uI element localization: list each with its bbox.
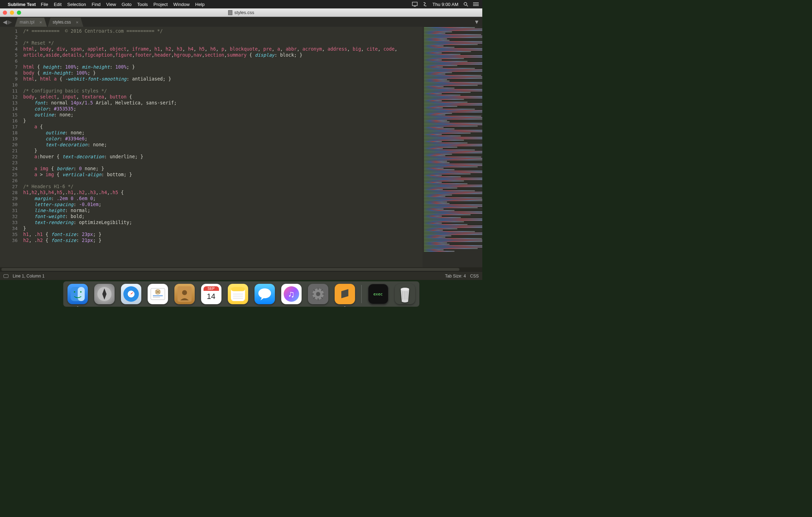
line-number: 35 <box>0 231 18 237</box>
code-line[interactable]: /* Configuring basic styles */ <box>23 88 423 94</box>
menu-selection[interactable]: Selection <box>67 2 86 7</box>
close-tab-icon[interactable]: × <box>76 20 79 25</box>
dock-launchpad[interactable] <box>94 284 115 304</box>
menu-project[interactable]: Project <box>154 2 168 7</box>
code-line[interactable]: } <box>23 118 423 124</box>
minimize-window-button[interactable] <box>10 11 14 15</box>
dock-sublime-text[interactable] <box>335 284 355 304</box>
dock-calendar[interactable]: SEP 14 <box>201 284 221 304</box>
menu-find[interactable]: Find <box>92 2 101 7</box>
code-line[interactable]: /* ========== © 2016 Centroarts.com ====… <box>23 28 423 34</box>
line-number: 11 <box>0 88 18 94</box>
code-area[interactable]: /* ========== © 2016 Centroarts.com ====… <box>21 27 423 267</box>
code-line[interactable]: article,aside,details,figcaption,figure,… <box>23 52 423 58</box>
dock-terminal[interactable]: exec <box>368 284 388 304</box>
zoom-window-button[interactable] <box>17 11 21 15</box>
scrollbar-thumb[interactable] <box>1 268 459 271</box>
code-line[interactable]: /* Headers H1-6 */ <box>23 184 423 190</box>
code-line[interactable]: outline: none; <box>23 130 423 136</box>
terminal-label: exec <box>373 292 383 296</box>
code-line[interactable]: body, select, input, textarea, button { <box>23 94 423 100</box>
line-number: 14 <box>0 106 18 112</box>
code-line[interactable] <box>23 160 423 166</box>
tab-styles-css[interactable]: styles.css × <box>48 18 84 27</box>
editor: 1234567891011121314151617181920212223242… <box>0 27 482 267</box>
running-indicator <box>77 306 78 307</box>
line-number: 22 <box>0 154 18 160</box>
code-line[interactable]: h2, .h2 { font-size: 21px; } <box>23 237 423 243</box>
dock-mail[interactable] <box>148 284 168 304</box>
line-number: 32 <box>0 213 18 219</box>
clock[interactable]: Thu 9:00 AM <box>432 2 458 7</box>
line-number: 21 <box>0 148 18 154</box>
code-line[interactable]: color: #3394e6; <box>23 136 423 142</box>
app-name[interactable]: Sublime Text <box>8 2 36 7</box>
code-line[interactable]: h1, .h1 { font-size: 23px; } <box>23 231 423 237</box>
line-number: 27 <box>0 184 18 190</box>
menu-edit[interactable]: Edit <box>54 2 62 7</box>
line-number-gutter: 1234567891011121314151617181920212223242… <box>0 27 21 267</box>
code-line[interactable]: a { <box>23 124 423 130</box>
line-number: 8 <box>0 70 18 76</box>
code-line[interactable]: font: normal 14px/1.5 Arial, Helvetica, … <box>23 100 423 106</box>
code-line[interactable]: a > img { vertical-align: bottom; } <box>23 172 423 178</box>
code-line[interactable]: h1,h2,h3,h4,h5,.h1,.h2,.h3,.h4,.h5 { <box>23 190 423 196</box>
minimap[interactable] <box>423 27 482 267</box>
dock-finder[interactable] <box>67 284 88 304</box>
code-line[interactable]: outline: none; <box>23 112 423 118</box>
code-line[interactable]: a:hover { text-decoration: underline; } <box>23 154 423 160</box>
code-line[interactable]: body { min-height: 100%; } <box>23 70 423 76</box>
dock-itunes[interactable]: ♫ <box>281 284 302 304</box>
line-number: 16 <box>0 118 18 124</box>
spotlight-icon[interactable] <box>463 2 468 7</box>
code-line[interactable]: color: #353535; <box>23 106 423 112</box>
svg-point-18 <box>258 288 271 298</box>
menu-goto[interactable]: Goto <box>122 2 131 7</box>
code-line[interactable]: a img { border: 0 none; } <box>23 166 423 172</box>
svg-rect-6 <box>78 287 85 301</box>
code-line[interactable]: margin: .2em 0 .6em 0; <box>23 196 423 202</box>
code-line[interactable]: text-decoration: none; <box>23 142 423 148</box>
dock-safari[interactable] <box>121 284 141 304</box>
tab-overflow-icon[interactable]: ▼ <box>474 19 479 25</box>
code-line[interactable]: /* Reset */ <box>23 40 423 46</box>
line-number: 29 <box>0 196 18 202</box>
menu-tools[interactable]: Tools <box>137 2 148 7</box>
tab-main-tpl[interactable]: main.tpl × <box>15 18 47 27</box>
code-line[interactable] <box>23 82 423 88</box>
nav-forward-icon[interactable]: ▶ <box>8 19 12 25</box>
dock-messages[interactable] <box>254 284 275 304</box>
line-number: 23 <box>0 160 18 166</box>
code-line[interactable]: text-rendering: optimizeLegibility; <box>23 219 423 225</box>
menu-extras-icon[interactable] <box>473 2 479 6</box>
menu-window[interactable]: Window <box>173 2 189 7</box>
horizontal-scrollbar[interactable] <box>0 267 482 272</box>
line-number: 26 <box>0 178 18 184</box>
code-line[interactable]: letter-spacing: -0.01em; <box>23 202 423 208</box>
menu-view[interactable]: View <box>106 2 116 7</box>
code-line[interactable]: html, html a { -webkit-font-smoothing: a… <box>23 76 423 82</box>
dock-system-preferences[interactable] <box>308 284 328 304</box>
close-tab-icon[interactable]: × <box>39 20 42 25</box>
code-line[interactable]: font-weight: bold; <box>23 213 423 219</box>
code-line[interactable]: line-height: normal; <box>23 208 423 213</box>
script-menu-icon[interactable] <box>423 2 427 7</box>
screen-share-icon[interactable] <box>412 2 418 7</box>
line-number: 6 <box>0 58 18 64</box>
code-line[interactable] <box>23 178 423 184</box>
menu-file[interactable]: File <box>41 2 48 7</box>
code-line[interactable]: html, body, div, span, applet, object, i… <box>23 46 423 52</box>
code-line[interactable]: html { height: 100%; min-height: 100%; } <box>23 64 423 70</box>
menu-help[interactable]: Help <box>195 2 205 7</box>
nav-back-icon[interactable]: ◀ <box>3 19 7 25</box>
dock-notes[interactable] <box>228 284 248 304</box>
code-line[interactable]: } <box>23 148 423 154</box>
code-line[interactable] <box>23 34 423 40</box>
close-window-button[interactable] <box>3 11 7 15</box>
code-line[interactable]: } <box>23 225 423 231</box>
window-titlebar[interactable]: styles.css <box>0 8 482 17</box>
dock-contacts[interactable] <box>174 284 195 304</box>
dock-trash[interactable] <box>395 284 415 304</box>
tab-bar: ◀ ▶ main.tpl × styles.css × ▼ <box>0 17 482 27</box>
code-line[interactable] <box>23 58 423 64</box>
